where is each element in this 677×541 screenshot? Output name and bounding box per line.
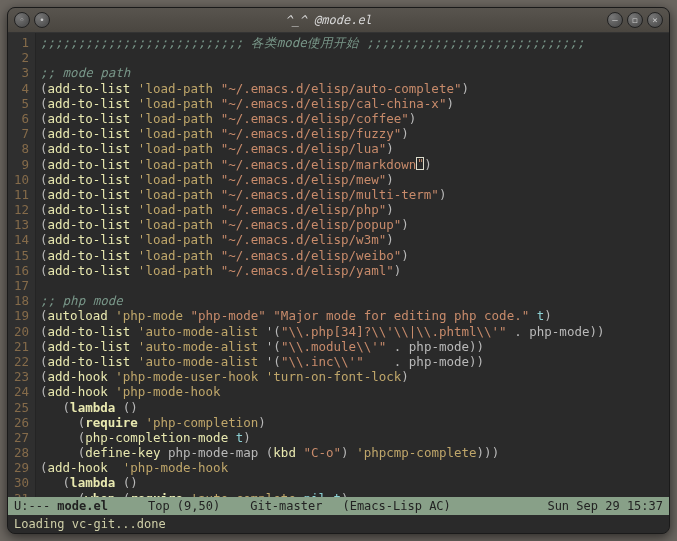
code-line[interactable]: (add-to-list 'load-path "~/.emacs.d/elis… (40, 217, 669, 232)
code-line[interactable]: (lambda () (40, 400, 669, 415)
close-icon[interactable]: × (647, 12, 663, 28)
code-line[interactable]: (add-to-list 'load-path "~/.emacs.d/elis… (40, 157, 669, 172)
code-line[interactable]: (add-to-list 'load-path "~/.emacs.d/elis… (40, 248, 669, 263)
minimize-icon[interactable]: – (607, 12, 623, 28)
code-line[interactable]: (add-to-list 'load-path "~/.emacs.d/elis… (40, 232, 669, 247)
code-line[interactable]: ;; php mode (40, 293, 669, 308)
line-number: 8 (12, 141, 29, 156)
line-number: 16 (12, 263, 29, 278)
line-number: 10 (12, 172, 29, 187)
code-line[interactable]: (add-to-list 'auto-mode-alist '("\\.php[… (40, 324, 669, 339)
line-number: 6 (12, 111, 29, 126)
modeline-vc: Git-master (250, 499, 322, 513)
code-line[interactable]: (add-to-list 'load-path "~/.emacs.d/elis… (40, 187, 669, 202)
line-number: 23 (12, 369, 29, 384)
code-line[interactable]: (add-hook 'php-mode-hook (40, 384, 669, 399)
line-number: 27 (12, 430, 29, 445)
line-number: 26 (12, 415, 29, 430)
code-line[interactable]: (add-to-list 'auto-mode-alist '("\\.inc\… (40, 354, 669, 369)
code-line[interactable]: (autoload 'php-mode "php-mode" "Major mo… (40, 308, 669, 323)
line-number: 9 (12, 157, 29, 172)
modeline-position: Top (9,50) (148, 499, 220, 513)
code-line[interactable]: (lambda () (40, 475, 669, 490)
line-number: 24 (12, 384, 29, 399)
line-number: 18 (12, 293, 29, 308)
modeline-mode: (Emacs-Lisp AC) (342, 499, 450, 513)
code-line[interactable]: (add-to-list 'load-path "~/.emacs.d/elis… (40, 81, 669, 96)
code-line[interactable]: (add-hook 'php-mode-user-hook 'turn-on-f… (40, 369, 669, 384)
line-number: 1 (12, 35, 29, 50)
code-line[interactable]: (define-key php-mode-map (kbd "C-o") 'ph… (40, 445, 669, 460)
maximize-icon[interactable]: ◻ (627, 12, 643, 28)
line-number: 4 (12, 81, 29, 96)
modeline-status: U:--- (14, 499, 57, 513)
code-line[interactable] (40, 278, 669, 293)
line-number-gutter: 1234567891011121314151617181920212223242… (8, 33, 36, 497)
window-title: ^_^ @mode.el (50, 13, 607, 27)
line-number: 25 (12, 400, 29, 415)
line-number: 5 (12, 96, 29, 111)
editor-window: ◦ • ^_^ @mode.el – ◻ × 12345678910111213… (7, 7, 670, 534)
code-line[interactable]: (add-to-list 'load-path "~/.emacs.d/elis… (40, 263, 669, 278)
line-number: 11 (12, 187, 29, 202)
line-number: 19 (12, 308, 29, 323)
line-number: 2 (12, 50, 29, 65)
line-number: 15 (12, 248, 29, 263)
line-number: 21 (12, 339, 29, 354)
minibuffer: Loading vc-git...done (8, 515, 669, 533)
code-line[interactable]: (add-to-list 'load-path "~/.emacs.d/elis… (40, 111, 669, 126)
line-number: 28 (12, 445, 29, 460)
line-number: 3 (12, 65, 29, 80)
code-line[interactable]: (php-completion-mode t) (40, 430, 669, 445)
code-line[interactable]: (add-to-list 'auto-mode-alist '("\\.modu… (40, 339, 669, 354)
code-line[interactable]: (require 'php-completion) (40, 415, 669, 430)
code-line[interactable] (40, 50, 669, 65)
line-number: 12 (12, 202, 29, 217)
code-line[interactable]: (add-to-list 'load-path "~/.emacs.d/elis… (40, 96, 669, 111)
code-buffer[interactable]: ;;;;;;;;;;;;;;;;;;;;;;;;;;; 各类mode使用开始 ;… (36, 33, 669, 497)
code-line[interactable]: ;;;;;;;;;;;;;;;;;;;;;;;;;;; 各类mode使用开始 ;… (40, 35, 669, 50)
pin-icon[interactable]: • (34, 12, 50, 28)
code-line[interactable]: (add-hook 'php-mode-hook (40, 460, 669, 475)
editor-area[interactable]: 1234567891011121314151617181920212223242… (8, 33, 669, 497)
line-number: 22 (12, 354, 29, 369)
mode-line: U:--- mode.el Top (9,50) Git-master (Ema… (8, 497, 669, 515)
code-line[interactable]: (add-to-list 'load-path "~/.emacs.d/elis… (40, 126, 669, 141)
line-number: 29 (12, 460, 29, 475)
titlebar[interactable]: ◦ • ^_^ @mode.el – ◻ × (8, 8, 669, 33)
code-line[interactable]: ;; mode path (40, 65, 669, 80)
line-number: 14 (12, 232, 29, 247)
app-menu-icon[interactable]: ◦ (14, 12, 30, 28)
line-number: 20 (12, 324, 29, 339)
line-number: 17 (12, 278, 29, 293)
line-number: 13 (12, 217, 29, 232)
code-line[interactable]: (add-to-list 'load-path "~/.emacs.d/elis… (40, 141, 669, 156)
line-number: 7 (12, 126, 29, 141)
code-line[interactable]: (add-to-list 'load-path "~/.emacs.d/elis… (40, 202, 669, 217)
modeline-buffer-name: mode.el (57, 499, 108, 513)
modeline-time: Sun Sep 29 15:37 (547, 499, 663, 513)
code-line[interactable]: (add-to-list 'load-path "~/.emacs.d/elis… (40, 172, 669, 187)
line-number: 30 (12, 475, 29, 490)
